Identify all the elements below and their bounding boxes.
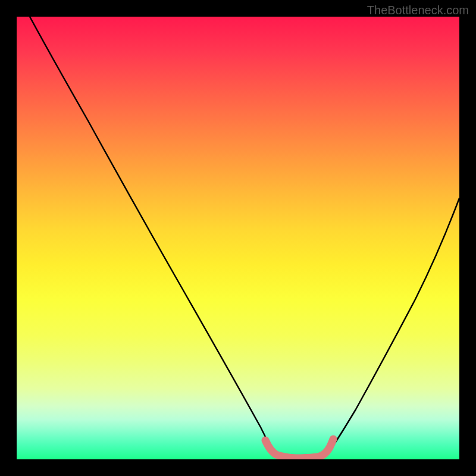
valley-highlight: [265, 439, 333, 458]
watermark-text: TheBottleneck.com: [367, 4, 469, 17]
chart-container: TheBottleneck.com: [0, 0, 476, 476]
curve-right: [327, 198, 459, 455]
chart-svg: [17, 17, 459, 459]
plot-area: [17, 17, 459, 459]
curve-left: [30, 17, 274, 455]
